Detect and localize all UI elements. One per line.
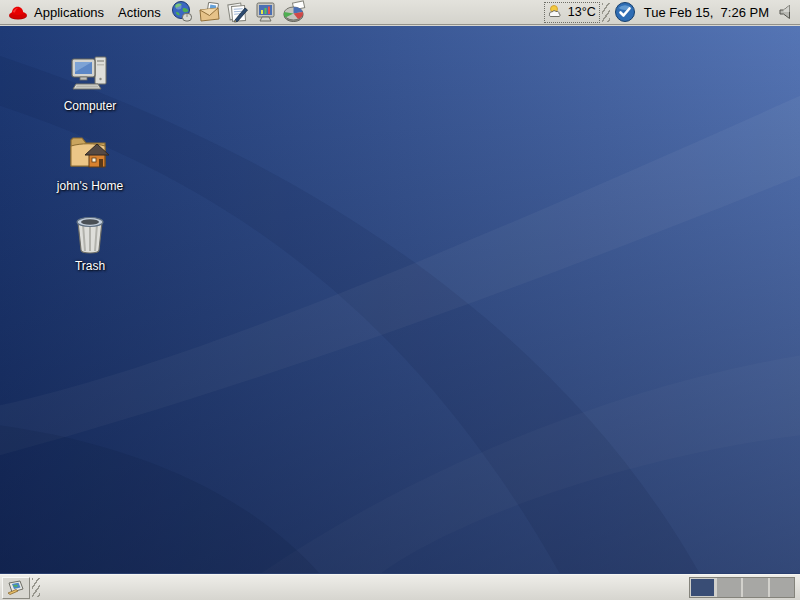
spreadsheet-launcher[interactable] [280,0,308,24]
desktop-icon-label: Trash [75,260,105,273]
update-notifier-applet[interactable] [612,1,638,23]
panel-right-applets: 13°C Tue Feb 15, 7:26 PM [544,0,800,24]
actions-menu[interactable]: Actions [111,0,168,24]
web-browser-launcher[interactable] [168,0,196,24]
monitor-chart-icon [254,0,278,24]
home-folder-icon [67,130,113,176]
word-processor-launcher[interactable] [224,0,252,24]
applications-menu[interactable]: Applications [0,0,111,24]
workspace-cell-4[interactable] [770,578,795,597]
globe-mouse-icon [170,0,194,24]
desktop-icon-home[interactable]: john's Home [47,130,133,193]
weather-temperature: 13°C [568,5,596,19]
desktop-icon-label: Computer [64,100,117,113]
clock-applet[interactable]: Tue Feb 15, 7:26 PM [638,5,775,20]
workspace-switcher [689,577,795,598]
workspace-cell-2[interactable] [717,578,744,597]
desktop-icon-trash[interactable]: Trash [47,212,133,273]
desktop-icon-computer[interactable]: Computer [47,52,133,113]
envelope-photo-icon [198,0,222,24]
blue-check-circle-icon [614,1,636,23]
show-desktop-button[interactable] [2,577,30,599]
documents-pen-icon [226,0,250,24]
panel-drag-handle[interactable] [32,578,40,597]
bottom-panel [0,574,800,600]
presentation-launcher[interactable] [252,0,280,24]
show-desktop-icon [6,580,26,596]
desktop-screen: Applications Actions [0,0,800,600]
redhat-fedora-icon [7,4,29,20]
desktop-icon-label: john's Home [57,180,123,193]
actions-menu-label: Actions [118,5,161,20]
pie-chart-icon [282,0,306,24]
desktop-background[interactable]: Computer john's Home T [0,26,800,574]
applications-menu-label: Applications [34,5,104,20]
top-panel: Applications Actions [0,0,800,25]
computer-icon [68,52,112,96]
email-launcher[interactable] [196,0,224,24]
volume-applet[interactable] [775,3,800,21]
applet-drag-handle[interactable] [602,3,610,22]
trash-icon [70,212,110,256]
workspace-cell-3[interactable] [743,578,770,597]
speaker-icon [777,3,795,21]
weather-applet[interactable]: 13°C [544,2,600,23]
workspace-cell-1[interactable] [690,578,717,597]
cloud-sun-icon [547,3,567,21]
